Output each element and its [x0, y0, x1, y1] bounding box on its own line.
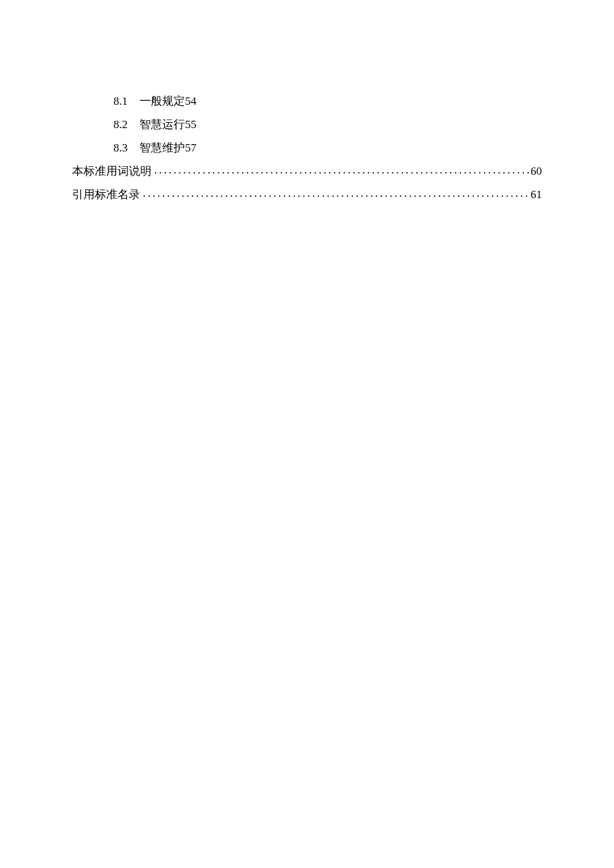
- toc-sub-entry: 8.1 一般规定54: [72, 93, 542, 109]
- toc-sub-number: 8.2: [113, 118, 127, 131]
- toc-sub-number: 8.1: [113, 95, 127, 108]
- toc-sub-number: 8.3: [113, 141, 127, 155]
- toc-sub-page: 54: [185, 95, 196, 108]
- toc-main-title: 引用标准名录: [72, 187, 140, 202]
- toc-leader-dots: ........................................…: [151, 163, 531, 177]
- toc-main-page: 61: [531, 188, 542, 201]
- toc-sub-title: 智慧维护: [139, 140, 185, 155]
- toc-sub-entry: 8.2 智慧运行55: [72, 117, 542, 132]
- toc-leader-dots: ........................................…: [140, 187, 531, 200]
- toc-sub-page: 57: [185, 141, 196, 155]
- toc-sub-entry: 8.3 智慧维护57: [72, 140, 542, 155]
- table-of-contents: 8.1 一般规定54 8.2 智慧运行55 8.3 智慧维护57 本标准用词说明…: [72, 93, 542, 202]
- toc-main-entry: 本标准用词说明 ................................…: [72, 163, 542, 179]
- toc-sub-title: 智慧运行: [139, 117, 185, 132]
- toc-sub-page: 55: [185, 118, 196, 131]
- toc-main-page: 60: [531, 165, 542, 178]
- toc-main-entry: 引用标准名录 .................................…: [72, 187, 542, 202]
- toc-sub-title: 一般规定: [139, 93, 185, 109]
- toc-main-title: 本标准用词说明: [72, 163, 151, 179]
